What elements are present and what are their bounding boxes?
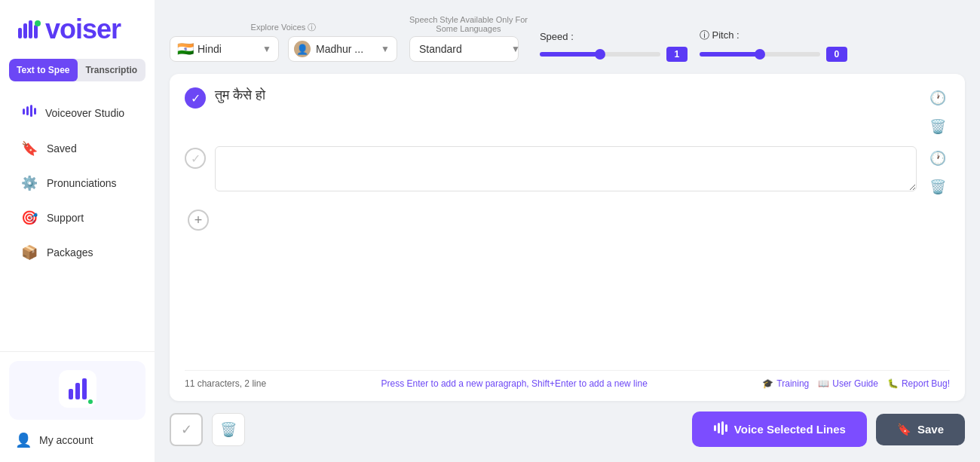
svg-rect-6 <box>26 106 29 115</box>
avatar <box>59 370 96 408</box>
footer-links: 🎓 Training 📖 User Guide 🐛 Report Bug! <box>762 378 950 389</box>
hint-text: Press Enter to add a new paragraph, Shif… <box>381 378 648 389</box>
sidebar-item-support[interactable]: 🎯 Support <box>6 201 149 234</box>
logo-text: voiser <box>45 14 121 45</box>
line-actions-2: 🕐 🗑️ <box>926 146 950 199</box>
line-check-1[interactable]: ✓ <box>185 87 206 109</box>
char-count: 11 characters, 2 line <box>185 378 266 389</box>
style-group: Speech Style Available Only For Some Lan… <box>409 15 528 62</box>
svg-rect-7 <box>30 105 32 117</box>
explore-voices-group: Explore Voices ⓘ 🇮🇳 Hindi English Spanis… <box>170 22 397 62</box>
line-text-1: तुम कैसे हो <box>215 86 917 103</box>
user-card <box>9 361 145 420</box>
top-controls: Explore Voices ⓘ 🇮🇳 Hindi English Spanis… <box>170 15 965 62</box>
language-select-wrapper: 🇮🇳 Hindi English Spanish ▼ <box>170 36 279 62</box>
line-delete-btn-1[interactable]: 🗑️ <box>926 115 950 139</box>
sidebar-item-saved[interactable]: 🔖 Saved <box>6 132 149 165</box>
svg-rect-11 <box>721 421 724 435</box>
voice-select-wrapper: 👤 Madhur ... Ananya Rahul ▼ <box>288 36 397 62</box>
explore-voices-label: Explore Voices ⓘ <box>170 22 397 33</box>
voice-select[interactable]: Madhur ... Ananya Rahul <box>288 36 397 62</box>
tab-row: Text to Spee Transcriptio <box>9 59 145 81</box>
speed-group: Speed : 1 <box>540 31 688 62</box>
sidebar-item-packages[interactable]: 📦 Packages <box>6 236 149 269</box>
svg-rect-0 <box>18 28 22 38</box>
saved-icon: 🔖 <box>21 140 38 157</box>
save-button[interactable]: 🔖 Save <box>876 414 965 445</box>
sidebar-item-packages-label: Packages <box>47 246 93 259</box>
language-select[interactable]: Hindi English Spanish <box>170 36 279 62</box>
pitch-slider-row: 0 <box>700 47 847 62</box>
editor-card: ✓ तुम कैसे हो 🕐 🗑️ ✓ 🕐 🗑️ + 11 character… <box>170 74 965 401</box>
pitch-value: 0 <box>826 47 847 62</box>
sidebar-item-voiceover[interactable]: Voiceover Studio <box>6 95 149 130</box>
line-history-btn-2[interactable]: 🕐 <box>926 146 950 170</box>
logo: voiser <box>15 14 139 45</box>
pitch-slider[interactable] <box>700 52 820 57</box>
style-select-wrapper: Standard Conversational News ▼ <box>409 36 528 62</box>
voice-btn-label: Voice Selected Lines <box>734 423 846 436</box>
svg-rect-5 <box>23 109 25 115</box>
user-guide-icon: 📖 <box>818 378 829 389</box>
speed-slider-row: 1 <box>540 47 688 62</box>
save-btn-label: Save <box>917 423 944 436</box>
pitch-group: ⓘ Pitch : 0 <box>700 29 847 62</box>
avatar-bars <box>69 378 87 399</box>
online-indicator <box>87 398 94 405</box>
svg-rect-12 <box>725 424 727 432</box>
line-actions-1: 🕐 🗑️ <box>926 86 950 139</box>
sidebar-bottom: 👤 My account <box>0 351 155 462</box>
user-guide-link[interactable]: 📖 User Guide <box>818 378 878 389</box>
sidebar-item-voiceover-label: Voiceover Studio <box>45 107 124 119</box>
main-content: Explore Voices ⓘ 🇮🇳 Hindi English Spanis… <box>155 0 980 462</box>
line-textarea-2[interactable] <box>215 146 917 191</box>
speed-value: 1 <box>666 47 688 62</box>
save-btn-icon: 🔖 <box>897 423 911 436</box>
tab-transcription[interactable]: Transcriptio <box>78 59 146 81</box>
line-history-btn-1[interactable]: 🕐 <box>926 86 950 110</box>
add-line-button[interactable]: + <box>188 210 209 231</box>
voiceover-icon <box>21 103 36 122</box>
svg-rect-1 <box>23 23 27 38</box>
bar1 <box>69 389 73 399</box>
check-all-button[interactable]: ✓ <box>170 413 203 446</box>
svg-rect-10 <box>718 423 720 433</box>
speed-label: Speed : <box>540 31 688 42</box>
style-select[interactable]: Standard Conversational News <box>409 36 519 62</box>
logo-icon <box>15 14 44 45</box>
line-check-2[interactable]: ✓ <box>185 148 206 169</box>
bar2 <box>75 383 80 399</box>
training-link[interactable]: 🎓 Training <box>762 378 809 389</box>
line-row-2: ✓ 🕐 🗑️ <box>185 146 950 199</box>
svg-rect-3 <box>34 25 38 38</box>
packages-icon: 📦 <box>21 244 38 261</box>
svg-point-4 <box>35 20 41 26</box>
speed-slider[interactable] <box>540 52 660 57</box>
tab-tts[interactable]: Text to Spee <box>9 59 78 81</box>
voice-selected-lines-button[interactable]: Voice Selected Lines <box>692 412 867 447</box>
account-icon: 👤 <box>15 432 32 448</box>
my-account-row[interactable]: 👤 My account <box>9 427 145 453</box>
my-account-label: My account <box>39 434 93 446</box>
bar3 <box>82 378 87 399</box>
editor-footer: 11 characters, 2 line Press Enter to add… <box>185 370 950 389</box>
support-icon: 🎯 <box>21 210 38 226</box>
line-delete-btn-2[interactable]: 🗑️ <box>926 175 950 199</box>
sidebar-item-support-label: Support <box>47 212 84 224</box>
training-icon: 🎓 <box>762 378 773 389</box>
nav-items: Voiceover Studio 🔖 Saved ⚙️ Pronunciatio… <box>0 90 155 351</box>
svg-rect-8 <box>34 108 36 115</box>
line-row-1: ✓ तुम कैसे हो 🕐 🗑️ <box>185 86 950 139</box>
report-bug-link[interactable]: 🐛 Report Bug! <box>887 378 950 389</box>
logo-area: voiser <box>0 0 155 53</box>
sidebar-item-pronunciations[interactable]: ⚙️ Pronunciations <box>6 167 149 200</box>
sidebar-item-saved-label: Saved <box>47 142 77 155</box>
voice-btn-icon <box>713 421 728 438</box>
svg-rect-2 <box>29 20 32 38</box>
pitch-label: ⓘ Pitch : <box>700 29 847 42</box>
speech-style-label: Speech Style Available Only For Some Lan… <box>409 15 528 33</box>
add-line-area: + <box>188 207 950 231</box>
svg-rect-9 <box>714 425 716 431</box>
report-bug-icon: 🐛 <box>887 378 899 389</box>
delete-all-button[interactable]: 🗑️ <box>212 413 245 446</box>
